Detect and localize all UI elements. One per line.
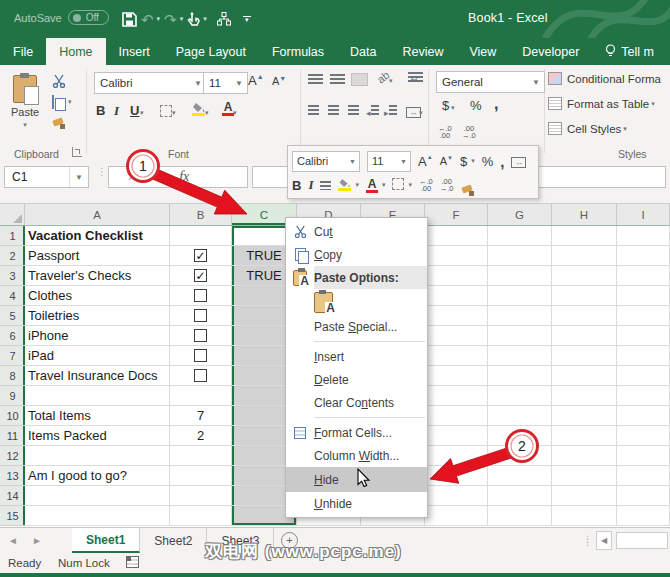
- menu-item-paste-special[interactable]: Paste Special...: [286, 315, 427, 338]
- cell-B2[interactable]: ✓: [170, 246, 232, 266]
- tab-splitter-handle[interactable]: ⋮⋮: [583, 538, 592, 544]
- cell-B9[interactable]: [170, 386, 232, 406]
- hscroll-track[interactable]: [616, 532, 668, 549]
- cell-F5[interactable]: [425, 306, 488, 326]
- redo-dropdown-icon[interactable]: ▾: [180, 15, 184, 23]
- cell-F12[interactable]: [425, 446, 488, 466]
- menu-item-paste-options[interactable]: Paste Options:: [286, 266, 427, 289]
- cell-H1[interactable]: [552, 226, 617, 246]
- cell-B3[interactable]: ✓: [170, 266, 232, 286]
- cell-H14[interactable]: [552, 486, 617, 506]
- cell-F8[interactable]: [425, 366, 488, 386]
- mini-font-color-dropdown-icon[interactable]: ▾: [382, 181, 386, 189]
- row-header-15[interactable]: 15: [0, 506, 25, 526]
- cell-B7[interactable]: [170, 346, 232, 366]
- fill-color-dropdown-icon[interactable]: ▾: [205, 109, 209, 117]
- cell-A7[interactable]: iPad: [25, 346, 170, 366]
- undo-dropdown-icon[interactable]: ▾: [157, 15, 161, 23]
- menu-item-format-cells[interactable]: Format Cells...: [286, 421, 427, 444]
- bold-button[interactable]: B: [96, 103, 105, 118]
- mini-decrease-decimal-icon[interactable]: .00→.0: [440, 178, 454, 192]
- sheet-tab-sheet2[interactable]: Sheet2: [140, 528, 207, 553]
- cell-F4[interactable]: [425, 286, 488, 306]
- cell-A14[interactable]: [25, 486, 170, 506]
- decrease-indent-icon[interactable]: ◂: [366, 105, 379, 118]
- cell-G1[interactable]: [488, 226, 552, 246]
- cell-G12[interactable]: [488, 446, 552, 466]
- wrap-text-icon[interactable]: ↩: [408, 72, 423, 85]
- cell-I2[interactable]: [617, 246, 670, 266]
- cell-F6[interactable]: [425, 326, 488, 346]
- currency-dropdown-icon[interactable]: ▾: [451, 104, 455, 112]
- mini-font-color-icon[interactable]: A: [366, 178, 378, 193]
- cell-B12[interactable]: [170, 446, 232, 466]
- decrease-font-icon[interactable]: A▼: [272, 75, 286, 87]
- cell-G3[interactable]: [488, 266, 552, 286]
- paste-keep-formatting-icon[interactable]: [314, 292, 333, 313]
- mini-currency-icon[interactable]: $: [460, 154, 467, 169]
- mini-fill-color-icon[interactable]: [338, 179, 351, 191]
- ribbon-tab-view[interactable]: View: [456, 38, 509, 65]
- cell-F13[interactable]: [425, 466, 488, 486]
- cell-I3[interactable]: [617, 266, 670, 286]
- row-header-4[interactable]: 4: [0, 286, 25, 306]
- font-name-combo[interactable]: Calibri▼: [94, 72, 207, 94]
- touch-mode-icon[interactable]: [187, 12, 200, 27]
- row-header-7[interactable]: 7: [0, 346, 25, 366]
- autosave-control[interactable]: AutoSave Off: [14, 10, 109, 25]
- cell-I5[interactable]: [617, 306, 670, 326]
- column-header-I[interactable]: I: [617, 204, 670, 225]
- row-header-6[interactable]: 6: [0, 326, 25, 346]
- checkbox-checked[interactable]: ✓: [194, 269, 207, 282]
- menu-item-unhide[interactable]: Unhide: [286, 492, 427, 515]
- cancel-icon[interactable]: ✕: [127, 170, 137, 184]
- align-center-icon[interactable]: [328, 105, 339, 116]
- ribbon-tab-file[interactable]: File: [0, 38, 46, 65]
- column-header-H[interactable]: H: [552, 204, 617, 225]
- cell-B4[interactable]: [170, 286, 232, 306]
- cell-H10[interactable]: [552, 406, 617, 426]
- cell-H13[interactable]: [552, 466, 617, 486]
- cell-G15[interactable]: [488, 506, 552, 526]
- cell-I1[interactable]: [617, 226, 670, 246]
- italic-button[interactable]: I: [114, 103, 119, 119]
- cell-F10[interactable]: [425, 406, 488, 426]
- ribbon-tab-review[interactable]: Review: [389, 38, 456, 65]
- cell-A3[interactable]: Traveler's Checks: [25, 266, 170, 286]
- underline-button[interactable]: U: [130, 103, 139, 118]
- mini-borders-dropdown-icon[interactable]: ▾: [408, 181, 412, 189]
- customize-qat-icon[interactable]: ▾: [243, 16, 251, 23]
- cell-F15[interactable]: [425, 506, 488, 526]
- cell-A8[interactable]: Travel Insurance Docs: [25, 366, 170, 386]
- column-header-F[interactable]: F: [425, 204, 488, 225]
- cut-icon[interactable]: [52, 74, 66, 90]
- cell-F11[interactable]: [425, 426, 488, 446]
- cell-I15[interactable]: [617, 506, 670, 526]
- menu-item-insert[interactable]: Insert: [286, 345, 427, 368]
- cell-A4[interactable]: Clothes: [25, 286, 170, 306]
- undo-icon[interactable]: ↶: [141, 12, 154, 27]
- orientation-dropdown-icon[interactable]: ▾: [389, 77, 393, 85]
- menu-item-copy[interactable]: Copy: [286, 243, 427, 266]
- checkbox-unchecked[interactable]: [194, 309, 207, 322]
- underline-dropdown-icon[interactable]: ▾: [140, 109, 144, 117]
- comma-icon[interactable]: ,: [494, 95, 498, 113]
- cell-A2[interactable]: Passport: [25, 246, 170, 266]
- column-header-G[interactable]: G: [488, 204, 552, 225]
- cell-A11[interactable]: Items Packed: [25, 426, 170, 446]
- cell-G4[interactable]: [488, 286, 552, 306]
- row-header-1[interactable]: 1: [0, 226, 25, 246]
- cell-A6[interactable]: iPhone: [25, 326, 170, 346]
- cell-F9[interactable]: [425, 386, 488, 406]
- cell-F2[interactable]: [425, 246, 488, 266]
- cell-A10[interactable]: Total Items: [25, 406, 170, 426]
- cell-I8[interactable]: [617, 366, 670, 386]
- row-header-5[interactable]: 5: [0, 306, 25, 326]
- checkbox-unchecked[interactable]: [194, 369, 207, 382]
- cell-H7[interactable]: [552, 346, 617, 366]
- row-header-8[interactable]: 8: [0, 366, 25, 386]
- mini-merge-icon[interactable]: ↔: [511, 155, 526, 168]
- cell-I12[interactable]: [617, 446, 670, 466]
- format-as-table-button[interactable]: Format as Table ▾: [548, 97, 655, 110]
- cell-A13[interactable]: Am I good to go?: [25, 466, 170, 486]
